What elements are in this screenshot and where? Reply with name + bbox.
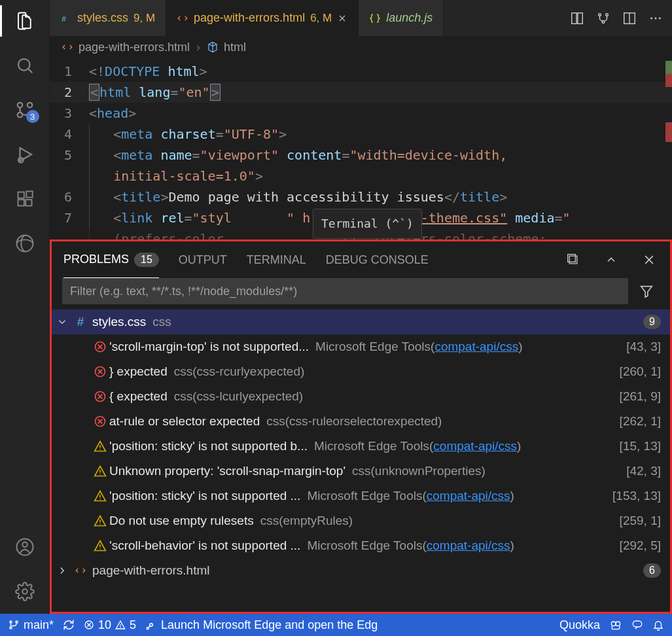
file-type: css: [152, 315, 171, 329]
svg-point-52: [99, 523, 101, 525]
svg-rect-29: [568, 255, 576, 262]
run-debug-icon[interactable]: [9, 139, 41, 170]
file-icon: #: [73, 315, 88, 329]
twisty-icon: [52, 316, 73, 328]
status-launch[interactable]: Launch Microsoft Edge and open the Edg: [145, 618, 550, 632]
svg-rect-28: [569, 256, 577, 264]
error-icon: [91, 365, 109, 378]
collapse-all-icon[interactable]: [564, 251, 582, 269]
problem-row[interactable]: Do not use empty rulesets css(emptyRules…: [52, 508, 670, 533]
problem-position: [261, 9]: [613, 389, 661, 404]
search-icon[interactable]: [9, 50, 41, 81]
status-bell-icon[interactable]: [652, 619, 664, 631]
panel-tab-terminal[interactable]: TERMINAL: [247, 241, 306, 278]
svg-point-54: [99, 548, 101, 550]
breadcrumb-label: html: [224, 41, 246, 54]
problem-position: [15, 13]: [613, 439, 661, 453]
file-icon: [73, 565, 88, 576]
svg-point-14: [22, 589, 27, 594]
svg-point-4: [17, 103, 22, 108]
problem-message: 'position: sticky' is not supported ...: [109, 489, 300, 503]
overview-ruler-error: [665, 122, 672, 142]
edge-icon[interactable]: [9, 228, 41, 259]
problem-source: css(css-rcurlyexpected): [174, 364, 305, 379]
tab-page-with-errors[interactable]: page-with-errors.html 6, M: [166, 0, 359, 36]
problems-panel: PROBLEMS 15 OUTPUT TERMINAL DEBUG CONSOL…: [50, 239, 672, 614]
problem-source: Microsoft Edge Tools(compat-api/css): [307, 539, 514, 553]
problems-file-row[interactable]: page-with-errors.html 6: [52, 558, 670, 583]
close-icon[interactable]: [337, 13, 347, 24]
svg-point-11: [16, 236, 33, 252]
svg-marker-32: [641, 287, 652, 298]
warn-icon: [91, 440, 109, 453]
problem-row[interactable]: Unknown property: 'scroll-snap-margin-to…: [52, 459, 670, 484]
problem-row[interactable]: 'position: sticky' is not supported ... …: [52, 484, 670, 508]
error-icon: [91, 415, 109, 428]
svg-point-26: [655, 17, 657, 19]
overview-ruler: [665, 61, 672, 100]
accounts-icon[interactable]: [9, 531, 41, 563]
status-branch[interactable]: main*: [8, 618, 54, 632]
problem-position: [153, 13]: [606, 489, 661, 503]
split-editor-icon[interactable]: [621, 10, 638, 27]
problems-file-row[interactable]: # styles.css css 9: [52, 309, 670, 334]
file-problem-count: 9: [643, 315, 661, 329]
svg-point-2: [27, 103, 32, 108]
problem-row[interactable]: 'scroll-behavior' is not supported ... M…: [52, 533, 670, 558]
problem-position: [43, 3]: [620, 340, 661, 354]
problem-source: css(css-lcurlyexpected): [174, 389, 303, 404]
svg-rect-67: [633, 621, 642, 627]
status-quokka[interactable]: Quokka: [559, 618, 600, 632]
filter-icon[interactable]: [633, 278, 660, 304]
status-errors[interactable]: 10 5: [84, 618, 136, 632]
status-copilot-icon[interactable]: [609, 618, 622, 631]
problem-position: [259, 1]: [613, 514, 661, 528]
source-control-icon[interactable]: 3: [9, 94, 41, 126]
tab-styles-css[interactable]: # styles.css 9, M: [50, 0, 166, 36]
twisty-icon: [52, 565, 73, 576]
problem-row[interactable]: 'scroll-margin-top' is not supported... …: [52, 334, 670, 359]
svg-point-65: [611, 622, 616, 626]
compare-icon[interactable]: [569, 10, 586, 27]
problem-row[interactable]: 'position: sticky' is not supported b...…: [52, 434, 670, 459]
more-icon[interactable]: [647, 10, 664, 27]
problem-link[interactable]: compat-api/css: [434, 340, 518, 353]
problem-row[interactable]: { expected css(css-lcurlyexpected) [261,…: [52, 384, 670, 409]
problem-position: [42, 3]: [620, 464, 661, 478]
problem-source: css(unknownProperties): [352, 464, 486, 478]
settings-gear-icon[interactable]: [9, 576, 41, 607]
status-sync-icon[interactable]: [63, 619, 75, 631]
problem-link[interactable]: compat-api/css: [427, 539, 510, 552]
html-file-icon: [62, 41, 73, 53]
problem-row[interactable]: at-rule or selector expected css(css-rul…: [52, 409, 670, 434]
warn-icon: [91, 514, 109, 527]
explorer-icon[interactable]: [9, 5, 41, 37]
tab-launch-json[interactable]: launch.js: [359, 0, 444, 36]
code-editor[interactable]: 1<!DOCTYPE html> 2<html lang="en"> 3<hea…: [50, 58, 672, 239]
scm-badge: 3: [26, 110, 39, 123]
svg-marker-5: [20, 148, 31, 161]
tab-bar: # styles.css 9, M page-with-errors.html …: [50, 0, 672, 36]
panel-tab-problems[interactable]: PROBLEMS 15: [63, 241, 159, 278]
svg-point-56: [16, 621, 18, 623]
breadcrumb[interactable]: page-with-errors.html › html: [50, 36, 672, 58]
problem-link[interactable]: compat-api/css: [433, 439, 517, 453]
svg-point-21: [606, 13, 609, 16]
git-icon[interactable]: [595, 10, 612, 27]
problem-message: Unknown property: 'scroll-snap-margin-to…: [109, 464, 345, 478]
file-problem-count: 6: [643, 563, 661, 578]
status-feedback-icon[interactable]: [631, 619, 643, 631]
problem-link[interactable]: compat-api/css: [427, 489, 510, 503]
chevron-up-icon[interactable]: [602, 251, 620, 269]
problem-row[interactable]: } expected css(css-rcurlyexpected) [260,…: [52, 359, 670, 384]
close-panel-icon[interactable]: [640, 251, 658, 269]
file-name: styles.css: [92, 315, 146, 329]
tab-modified-indicator: 9, M: [133, 12, 155, 25]
svg-rect-8: [18, 200, 24, 205]
svg-point-55: [10, 621, 12, 623]
extensions-icon[interactable]: [9, 183, 41, 215]
panel-tab-output[interactable]: OUTPUT: [179, 241, 227, 278]
problems-filter-input[interactable]: [62, 278, 628, 304]
panel-tab-debug[interactable]: DEBUG CONSOLE: [326, 241, 429, 278]
svg-point-27: [659, 17, 661, 19]
